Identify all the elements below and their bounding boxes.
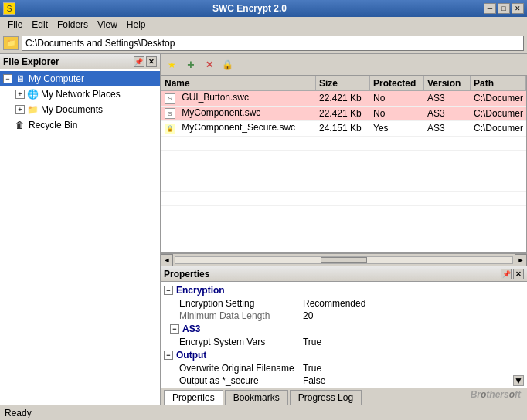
status-bar: Ready: [0, 405, 527, 420]
scroll-track[interactable]: [175, 256, 513, 264]
menu-edit[interactable]: Edit: [27, 18, 53, 32]
file-size-2: 22.421 Kb: [316, 107, 370, 120]
collapse-encryption[interactable]: −: [164, 286, 173, 295]
x-icon: ✕: [206, 59, 213, 70]
tab-properties[interactable]: Properties: [164, 390, 223, 405]
menu-help[interactable]: Help: [122, 18, 151, 32]
menu-folders[interactable]: Folders: [53, 18, 93, 32]
file-row-empty: [162, 178, 526, 192]
title-bar-left: S: [3, 2, 15, 15]
window-title: SWC Encrypt 2.0: [15, 3, 484, 14]
section-label-encryption: Encryption: [176, 285, 225, 296]
collapse-output[interactable]: −: [164, 351, 173, 360]
props-close-button[interactable]: ✕: [513, 269, 524, 279]
encrypt-button[interactable]: 🔒: [219, 56, 236, 73]
lock-icon: 🔒: [222, 59, 233, 70]
file-path-3: C:\Documer: [471, 122, 526, 134]
prop-value-enc-vars: True: [303, 337, 524, 347]
title-bar: S SWC Encrypt 2.0 ─ □ ✕: [0, 0, 527, 17]
file-row-empty: [162, 137, 526, 151]
file-list: Name Size Protected Version Path S GUI_B…: [161, 76, 527, 253]
favorites-button[interactable]: ★: [164, 56, 181, 73]
close-panel-button[interactable]: ✕: [146, 56, 157, 67]
toolbar: ★ + ✕ 🔒: [161, 54, 527, 76]
subsection-header-as3[interactable]: − AS3: [161, 322, 527, 336]
horizontal-scrollbar[interactable]: ◄ ►: [161, 253, 527, 266]
prop-label-output-as: Output as *_secure: [179, 375, 303, 386]
prop-label-enc-vars: Encrypt System Vars: [179, 337, 303, 347]
col-header-name[interactable]: Name: [162, 76, 316, 90]
pin-button[interactable]: 📌: [134, 56, 144, 67]
tree-item-network[interactable]: + 🌐 My Network Places: [0, 86, 160, 102]
tree-label-mycomputer: My Computer: [29, 73, 84, 84]
tab-bookmarks[interactable]: Bookmarks: [225, 390, 288, 405]
file-row-empty: [162, 164, 526, 178]
dropdown-arrow[interactable]: ▼: [513, 375, 524, 386]
file-row-empty: [162, 192, 526, 206]
address-input[interactable]: [22, 36, 524, 51]
prop-value-min-data: 20: [303, 310, 524, 321]
col-header-size[interactable]: Size: [316, 76, 370, 90]
file-name-3: 🔒 MyComponent_Secure.swc: [162, 121, 316, 136]
tree-label-mydocs: My Documents: [41, 104, 103, 115]
collapse-as3[interactable]: −: [170, 324, 179, 334]
file-row[interactable]: S MyComponent.swc 22.421 Kb No AS3 C:\Do…: [162, 107, 526, 122]
section-header-encryption[interactable]: − Encryption: [161, 283, 527, 297]
tree-item-mydocs[interactable]: + 📁 My Documents: [0, 102, 160, 117]
subsection-label-as3: AS3: [182, 323, 200, 334]
prop-row-encrypt-vars: Encrypt System Vars True: [161, 336, 527, 348]
menu-bar: File Edit Folders View Help: [0, 17, 527, 32]
col-header-protected[interactable]: Protected: [370, 76, 424, 90]
file-explorer-header: File Explorer 📌 ✕: [0, 54, 160, 69]
maximize-button[interactable]: □: [498, 3, 510, 14]
file-size-3: 24.151 Kb: [316, 122, 370, 134]
tree-item-mycomputer[interactable]: − 🖥 My Computer: [0, 71, 160, 86]
prop-value-output-as: False ▼: [303, 375, 524, 386]
close-button[interactable]: ✕: [512, 3, 524, 14]
section-header-output[interactable]: − Output: [161, 348, 527, 362]
file-name-1: S GUI_Button.swc: [162, 91, 316, 106]
main-area: File Explorer 📌 ✕ − 🖥 My Computer + 🌐 My…: [0, 54, 527, 405]
file-icon-3: 🔒: [165, 123, 177, 135]
file-protected-1: No: [370, 92, 424, 104]
file-icon-2: S: [165, 107, 177, 120]
file-icon-1: S: [165, 93, 177, 105]
file-list-header: Name Size Protected Version Path: [162, 76, 526, 91]
scroll-right-button[interactable]: ►: [515, 254, 527, 266]
address-bar: 📁: [0, 32, 527, 54]
docs-icon: 📁: [26, 103, 39, 116]
file-tree: − 🖥 My Computer + 🌐 My Network Places + …: [0, 69, 160, 405]
remove-button[interactable]: ✕: [201, 56, 218, 73]
expand-mycomputer[interactable]: −: [3, 74, 12, 83]
file-path-2: C:\Documer: [471, 107, 526, 120]
tab-progress-log[interactable]: Progress Log: [290, 390, 362, 405]
tree-item-recycle[interactable]: + 🗑 Recycle Bin: [0, 117, 160, 133]
properties-content: − Encryption Encryption Setting Recommen…: [161, 282, 527, 388]
plus-icon: +: [187, 58, 194, 72]
col-header-path[interactable]: Path: [471, 76, 526, 90]
file-explorer-title: File Explorer: [3, 56, 60, 67]
prop-label-overwrite: Overwrite Original Filename: [179, 363, 303, 374]
scroll-thumb[interactable]: [321, 257, 367, 263]
col-header-version[interactable]: Version: [424, 76, 471, 90]
menu-view[interactable]: View: [93, 18, 122, 32]
prop-value-enc-setting: Recommended: [303, 298, 524, 309]
properties-panel: Properties 📌 ✕ − Encryption Encryption S…: [161, 266, 527, 405]
prop-label-enc-setting: Encryption Setting: [179, 298, 303, 309]
folder-icon: 📁: [3, 36, 19, 50]
expand-network[interactable]: +: [15, 90, 25, 99]
menu-file[interactable]: File: [3, 18, 27, 32]
prop-row-encryption-setting: Encryption Setting Recommended: [161, 297, 527, 310]
minimize-button[interactable]: ─: [484, 3, 496, 14]
file-row[interactable]: 🔒 MyComponent_Secure.swc 24.151 Kb Yes A…: [162, 121, 526, 137]
computer-icon: 🖥: [14, 73, 26, 85]
scroll-left-button[interactable]: ◄: [161, 254, 173, 266]
prop-row-min-data: Minimum Data Length 20: [161, 310, 527, 322]
file-row[interactable]: S GUI_Button.swc 22.421 Kb No AS3 C:\Doc…: [162, 91, 526, 107]
file-version-3: AS3: [424, 122, 471, 134]
add-button[interactable]: +: [182, 56, 199, 73]
props-pin-button[interactable]: 📌: [501, 269, 512, 279]
expand-mydocs[interactable]: +: [15, 105, 25, 114]
properties-title: Properties: [164, 269, 209, 279]
recycle-icon: 🗑: [14, 119, 26, 131]
